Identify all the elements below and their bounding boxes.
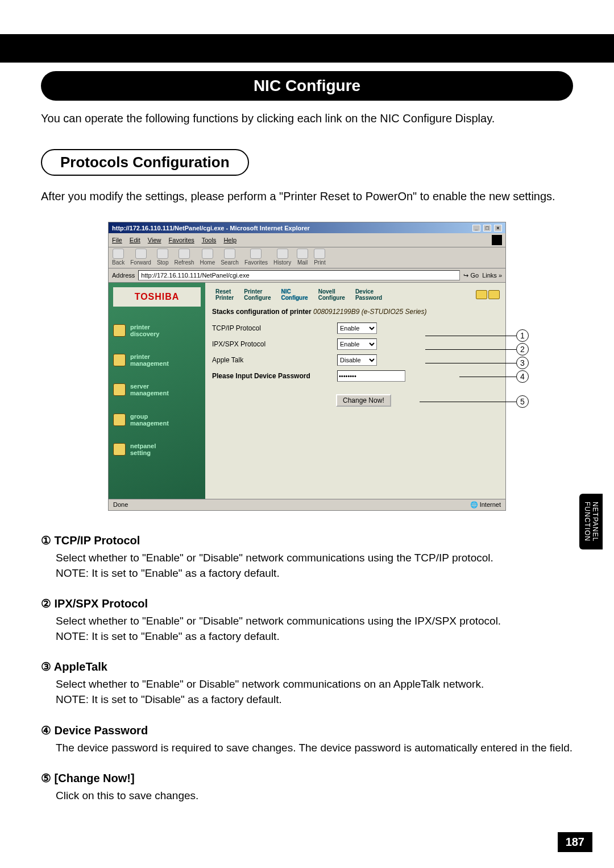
back-icon [113,249,124,259]
printer-discovery-icon [113,324,126,337]
tb-favorites[interactable]: Favorites [244,249,268,266]
close-icon[interactable]: × [494,225,502,232]
ie-menubar: File Edit View Favorites Tools Help [109,233,505,247]
desc-item-4: ④ Device Password The device password is… [41,724,573,756]
callout-line-1 [425,336,516,336]
right-panel: ResetPrinter PrinterConfigure NICConfigu… [205,283,505,499]
window-controls: _ □ × [471,224,502,232]
intro-text: You can operate the following functions … [41,111,573,126]
tab-novell-configure[interactable]: NovellConfigure [314,286,350,303]
home-icon [202,249,213,259]
tb-search[interactable]: Search [221,249,239,266]
refresh-icon [179,249,190,259]
desc-item-2: ② IPX/SPX Protocol Select whether to "En… [41,597,573,644]
status-left: Done [113,501,128,509]
sidebar-item-server-management[interactable]: server management [113,383,201,396]
links-label[interactable]: Links » [482,272,502,279]
stacks-line: Stacks configuration of printer 00809121… [205,303,505,320]
menu-tools[interactable]: Tools [202,237,217,243]
desc-item-1: ① TCP/IP Protocol Select whether to "Ena… [41,534,573,581]
password-label: Please Input Device Password [212,372,337,380]
sidebar-item-printer-discovery[interactable]: printer discovery [113,324,201,337]
ie-logo-icon [492,235,502,245]
callout-1: 1 [516,329,529,342]
appletalk-select[interactable]: Disable [337,354,377,366]
row-appletalk: Apple Talk Disable [205,352,505,368]
row-tcpip: TCP/IP Protocol Enable [205,320,505,336]
callout-line-4 [459,377,516,377]
printer-management-icon [113,354,126,366]
description-list: ① TCP/IP Protocol Select whether to "Ena… [41,534,573,804]
search-icon [224,249,235,259]
page-number: 187 [558,832,592,852]
top-black-bar [0,34,614,63]
tb-back[interactable]: Back [112,249,125,266]
minimize-icon[interactable]: _ [472,225,480,232]
mail-icon [297,249,308,259]
ie-titlebar: http://172.16.110.111/NetPanel/cgi.exe -… [109,222,505,233]
callout-line-3 [425,363,516,363]
ie-window: http://172.16.110.111/NetPanel/cgi.exe -… [108,222,506,511]
favorites-icon [250,249,262,259]
tab-reset-printer[interactable]: ResetPrinter [211,286,238,303]
brand-logo: TOSHIBA [113,287,201,307]
tb-home[interactable]: Home [200,249,215,266]
callout-line-2 [425,349,516,350]
desc-item-3: ③ AppleTalk Select whether to "Enable" o… [41,660,573,707]
ie-address-bar: Address ↪ Go Links » [109,268,505,283]
callout-line-5 [420,402,516,402]
ie-toolbar: Back Forward Stop Refresh Home Search Fa… [109,247,505,268]
tab-device-password[interactable]: DevicePassword [351,286,387,303]
menu-view[interactable]: View [148,237,161,243]
tb-mail[interactable]: Mail [297,249,308,266]
ie-client-area: TOSHIBA printer discovery printer manage… [109,283,505,499]
tb-print[interactable]: Print [314,249,326,266]
section-text: After you modify the settings, please pe… [41,188,573,205]
history-icon [277,249,288,259]
folder-icon[interactable] [476,290,487,299]
group-management-icon [113,414,126,426]
menu-edit[interactable]: Edit [130,237,140,243]
tcpip-label: TCP/IP Protocol [212,324,337,332]
tcpip-select[interactable]: Enable [337,323,377,334]
tb-refresh[interactable]: Refresh [175,249,194,266]
left-panel: TOSHIBA printer discovery printer manage… [109,283,205,499]
ipxspx-label: IPX/SPX Protocol [212,340,337,348]
tab-row: ResetPrinter PrinterConfigure NICConfigu… [205,283,505,303]
tb-stop[interactable]: Stop [157,249,169,266]
tb-history[interactable]: History [273,249,291,266]
print-icon [314,249,325,259]
status-right: 🌐 Internet [470,501,501,509]
go-button[interactable]: ↪ Go [463,272,479,279]
menu-help[interactable]: Help [223,237,237,243]
section-heading: Protocols Configuration [41,149,249,176]
page-title-banner: NIC Configure [41,71,573,101]
help-icon[interactable] [488,290,500,299]
sidebar-item-printer-management[interactable]: printer management [113,353,201,367]
stop-icon [157,249,168,259]
side-tab: NETPANEL FUNCTION [579,494,603,549]
address-input[interactable] [138,270,460,280]
menu-file[interactable]: File [112,237,122,243]
maximize-icon[interactable]: □ [483,225,491,232]
tab-printer-configure[interactable]: PrinterConfigure [239,286,275,303]
change-now-button[interactable]: Change Now! [336,394,391,407]
ie-title-text: http://172.16.110.111/NetPanel/cgi.exe -… [112,225,310,232]
tab-nic-configure[interactable]: NICConfigure [276,286,312,303]
tb-forward[interactable]: Forward [130,249,151,266]
row-password: Please Input Device Password [205,368,505,384]
menu-favorites[interactable]: Favorites [169,237,194,243]
address-label: Address [112,272,135,279]
tab-icon-group [476,290,500,299]
password-input[interactable] [337,370,405,382]
ie-status-bar: Done 🌐 Internet [109,499,505,510]
screenshot: http://172.16.110.111/NetPanel/cgi.exe -… [108,222,506,511]
server-management-icon [113,383,126,396]
desc-item-5: ⑤ [Change Now!] Click on this to save ch… [41,771,573,804]
callout-5: 5 [516,395,529,408]
sidebar-item-group-management[interactable]: group management [113,413,201,427]
callout-3: 3 [516,357,529,369]
ipxspx-select[interactable]: Enable [337,338,377,350]
sidebar-item-netpanel-setting[interactable]: netpanel setting [113,443,201,456]
callout-4: 4 [516,370,529,383]
